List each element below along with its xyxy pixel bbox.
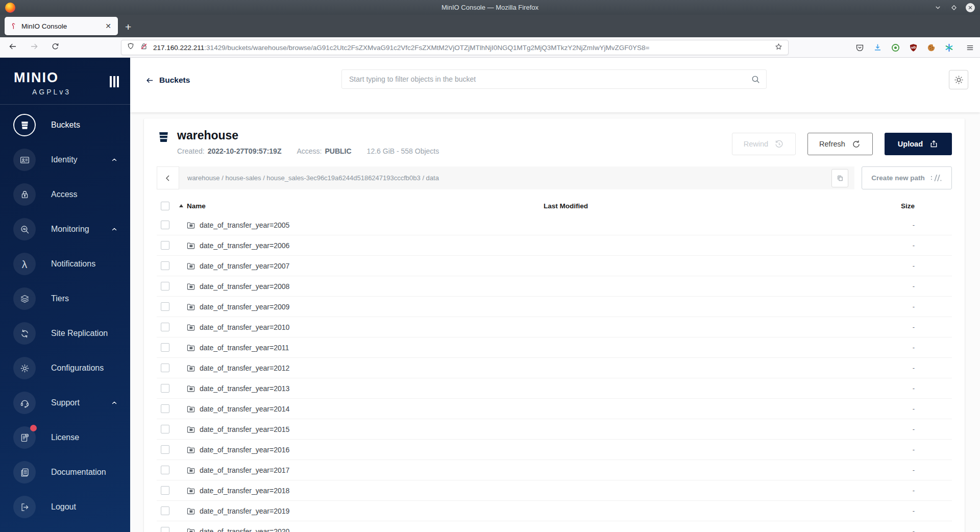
upload-button[interactable]: Upload [885, 133, 952, 155]
folder-icon [186, 343, 195, 352]
search-input[interactable] [341, 69, 767, 89]
privacy-extension-icon[interactable] [890, 42, 900, 53]
sidebar-item-label: Support [51, 398, 80, 407]
object-size: - [858, 241, 952, 249]
shield-icon[interactable] [127, 42, 135, 53]
table-row[interactable]: date_of_transfer_year=2006- [157, 235, 952, 256]
table-row[interactable]: date_of_transfer_year=2011- [157, 337, 952, 358]
sidebar-item-configurations[interactable]: Configurations [0, 351, 130, 385]
table-row[interactable]: date_of_transfer_year=2007- [157, 256, 952, 276]
back-to-buckets-link[interactable]: Buckets [145, 76, 190, 85]
sidebar-item-tiers[interactable]: Tiers [0, 281, 130, 316]
table-row[interactable]: date_of_transfer_year=2020- [157, 521, 952, 532]
column-size[interactable]: Size [858, 202, 952, 210]
row-checkbox[interactable] [161, 425, 169, 433]
tab-close-icon[interactable]: ✕ [103, 21, 114, 31]
row-checkbox[interactable] [161, 506, 169, 515]
row-checkbox[interactable] [161, 302, 169, 311]
row-checkbox[interactable] [161, 445, 169, 454]
pocket-icon[interactable] [854, 42, 865, 53]
refresh-button[interactable]: Refresh [807, 133, 873, 155]
table-row[interactable]: date_of_transfer_year=2019- [157, 501, 952, 521]
broken-lock-icon[interactable] [140, 42, 148, 53]
reload-icon[interactable] [51, 42, 60, 53]
rewind-icon [774, 139, 784, 149]
row-checkbox[interactable] [161, 221, 169, 229]
rewind-button[interactable]: Rewind [732, 133, 796, 155]
sidebar-item-site-replication[interactable]: Site Replication [0, 316, 130, 351]
sort-asc-icon[interactable] [179, 204, 183, 207]
row-checkbox[interactable] [161, 527, 169, 532]
table-row[interactable]: date_of_transfer_year=2012- [157, 358, 952, 378]
table-row[interactable]: date_of_transfer_year=2013- [157, 378, 952, 399]
breadcrumb-band: warehouse / house-sales / house_sales-3e… [179, 166, 854, 189]
extensions-asterisk-icon[interactable] [944, 42, 954, 53]
table-row[interactable]: date_of_transfer_year=2016- [157, 440, 952, 460]
row-checkbox[interactable] [161, 261, 169, 270]
sidebar-item-notifications[interactable]: λNotifications [0, 247, 130, 281]
table-row[interactable]: date_of_transfer_year=2018- [157, 480, 952, 501]
breadcrumb-back-button[interactable] [157, 166, 179, 189]
menu-icon[interactable] [965, 42, 975, 53]
sidebar-item-documentation[interactable]: Documentation [0, 455, 130, 490]
identity-icon [13, 149, 36, 171]
chevron-left-icon [164, 174, 172, 182]
new-tab-button[interactable]: + [125, 21, 131, 32]
table-row[interactable]: date_of_transfer_year=2009- [157, 297, 952, 317]
notification-dot [30, 425, 37, 431]
sidebar-item-logout[interactable]: Logout [0, 490, 130, 524]
chevron-up-icon [111, 156, 118, 163]
url-bar[interactable]: 217.160.222.211:31429/buckets/warehouse/… [121, 40, 789, 55]
row-checkbox[interactable] [161, 282, 169, 291]
row-checkbox[interactable] [161, 384, 169, 393]
created-value: 2022-10-27T09:57:19Z [208, 147, 282, 155]
cookie-extension-icon[interactable] [926, 42, 936, 53]
sidebar-item-buckets[interactable]: Buckets [0, 108, 130, 142]
create-new-path-button[interactable]: Create new path [862, 166, 952, 189]
download-icon[interactable] [872, 42, 883, 53]
sidebar-item-access[interactable]: Access [0, 177, 130, 212]
sidebar-collapse-icon[interactable] [110, 76, 119, 87]
table-row[interactable]: date_of_transfer_year=2005- [157, 215, 952, 235]
select-all-checkbox[interactable] [161, 202, 169, 210]
column-name[interactable]: Name [187, 202, 206, 210]
settings-button[interactable] [949, 70, 968, 89]
sidebar-item-label: License [51, 433, 79, 442]
row-checkbox[interactable] [161, 241, 169, 250]
window-close-button[interactable] [966, 3, 975, 12]
main-area: Buckets warehouse Created [130, 58, 980, 532]
row-checkbox[interactable] [161, 486, 169, 495]
row-checkbox[interactable] [161, 343, 169, 352]
row-checkbox[interactable] [161, 404, 169, 413]
forward-icon[interactable] [30, 42, 39, 53]
row-checkbox[interactable] [161, 364, 169, 372]
bookmark-star-icon[interactable] [774, 42, 783, 53]
sidebar-item-identity[interactable]: Identity [0, 142, 130, 177]
row-checkbox[interactable] [161, 466, 169, 474]
folder-icon [186, 445, 195, 454]
browser-tab[interactable]: MinIO Console ✕ [5, 17, 118, 35]
folder-icon [186, 384, 195, 393]
folder-icon [186, 221, 195, 230]
svg-text:uD: uD [911, 45, 915, 49]
row-checkbox[interactable] [161, 323, 169, 331]
column-last-modified[interactable]: Last Modified [531, 202, 858, 210]
back-icon[interactable] [8, 42, 17, 53]
path-icon [930, 174, 942, 182]
adblock-shield-icon[interactable]: uD [908, 42, 918, 53]
window-maximize-button[interactable] [949, 3, 959, 12]
sidebar-item-support[interactable]: Support [0, 385, 130, 420]
table-row[interactable]: date_of_transfer_year=2014- [157, 399, 952, 419]
object-name: date_of_transfer_year=2011 [200, 344, 289, 352]
sidebar-item-monitoring[interactable]: Monitoring [0, 212, 130, 247]
table-row[interactable]: date_of_transfer_year=2010- [157, 317, 952, 337]
copy-path-button[interactable] [831, 169, 848, 187]
table-row[interactable]: date_of_transfer_year=2008- [157, 276, 952, 297]
table-row[interactable]: date_of_transfer_year=2015- [157, 419, 952, 440]
sidebar-item-license[interactable]: License [0, 420, 130, 455]
window-minimize-button[interactable] [933, 3, 942, 12]
object-name: date_of_transfer_year=2020 [200, 527, 289, 532]
table-row[interactable]: date_of_transfer_year=2017- [157, 460, 952, 480]
object-size: - [858, 364, 952, 372]
object-size: - [858, 221, 952, 229]
